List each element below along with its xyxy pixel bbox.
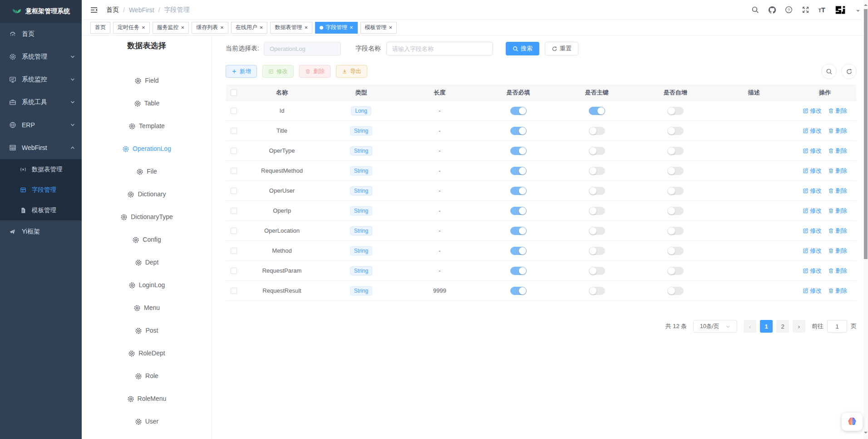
primary-key-toggle[interactable] bbox=[589, 227, 605, 235]
row-delete-link[interactable]: 删除 bbox=[828, 147, 847, 155]
close-tab-icon[interactable]: × bbox=[260, 25, 263, 30]
row-edit-link[interactable]: 修改 bbox=[803, 207, 822, 215]
close-tab-icon[interactable]: × bbox=[350, 25, 353, 30]
auto-increment-toggle[interactable] bbox=[667, 147, 684, 155]
required-toggle[interactable] bbox=[510, 267, 527, 275]
select-all-checkbox[interactable] bbox=[231, 90, 237, 96]
export-button[interactable]: 导出 bbox=[336, 65, 367, 78]
tree-item-File[interactable]: File bbox=[82, 160, 212, 183]
primary-key-toggle[interactable] bbox=[589, 147, 605, 155]
field-name-input[interactable] bbox=[386, 42, 493, 55]
tree-item-DictionaryType[interactable]: DictionaryType bbox=[82, 205, 212, 228]
row-edit-link[interactable]: 修改 bbox=[803, 147, 822, 155]
primary-key-toggle[interactable] bbox=[589, 187, 605, 195]
required-toggle[interactable] bbox=[510, 107, 527, 115]
row-edit-link[interactable]: 修改 bbox=[803, 107, 822, 115]
row-checkbox[interactable] bbox=[231, 288, 237, 294]
row-checkbox[interactable] bbox=[231, 188, 237, 194]
sidebar-item[interactable]: 系统工具 bbox=[0, 91, 82, 114]
sidebar-subitem[interactable]: 数据表管理 bbox=[0, 159, 82, 180]
close-tab-icon[interactable]: × bbox=[220, 25, 224, 30]
row-edit-link[interactable]: 修改 bbox=[803, 287, 822, 295]
primary-key-toggle[interactable] bbox=[589, 107, 605, 115]
auto-increment-toggle[interactable] bbox=[667, 267, 684, 275]
auto-increment-toggle[interactable] bbox=[667, 247, 684, 255]
search-icon[interactable] bbox=[751, 6, 760, 14]
auto-increment-toggle[interactable] bbox=[667, 287, 684, 295]
required-toggle[interactable] bbox=[510, 287, 527, 295]
assistant-float-button[interactable] bbox=[842, 413, 863, 431]
delete-button[interactable]: 删除 bbox=[299, 65, 330, 78]
next-page-button[interactable]: › bbox=[793, 320, 805, 333]
tree-item-Config[interactable]: Config bbox=[82, 228, 212, 251]
primary-key-toggle[interactable] bbox=[589, 207, 605, 215]
row-checkbox[interactable] bbox=[231, 268, 237, 274]
collapse-sidebar-icon[interactable] bbox=[90, 6, 98, 14]
github-icon[interactable] bbox=[768, 6, 776, 14]
row-checkbox[interactable] bbox=[231, 208, 237, 214]
auto-increment-toggle[interactable] bbox=[667, 207, 684, 215]
row-checkbox[interactable] bbox=[231, 128, 237, 134]
breadcrumb-home[interactable]: 首页 bbox=[106, 6, 119, 14]
page-button-1[interactable]: 1 bbox=[760, 320, 773, 333]
user-avatar-logo[interactable] bbox=[834, 3, 848, 17]
row-edit-link[interactable]: 修改 bbox=[803, 267, 822, 275]
row-delete-link[interactable]: 删除 bbox=[828, 227, 847, 235]
auto-increment-toggle[interactable] bbox=[667, 107, 684, 115]
scroll-up-arrow-icon[interactable] bbox=[864, 2, 868, 6]
sidebar-item[interactable]: Yi框架 bbox=[0, 220, 82, 243]
tree-item-LoginLog[interactable]: LoginLog bbox=[82, 274, 212, 296]
required-toggle[interactable] bbox=[510, 187, 527, 195]
close-tab-icon[interactable]: × bbox=[181, 25, 185, 30]
scroll-down-arrow-icon[interactable] bbox=[864, 432, 868, 435]
required-toggle[interactable] bbox=[510, 227, 527, 235]
primary-key-toggle[interactable] bbox=[589, 167, 605, 175]
scrollbar-thumb[interactable] bbox=[864, 9, 868, 259]
row-checkbox[interactable] bbox=[231, 148, 237, 154]
auto-increment-toggle[interactable] bbox=[667, 127, 684, 135]
required-toggle[interactable] bbox=[510, 167, 527, 175]
tree-item-UserPost[interactable]: UserPost bbox=[82, 433, 212, 439]
tab-在线用户[interactable]: 在线用户× bbox=[231, 22, 268, 34]
tab-首页[interactable]: 首页 bbox=[90, 22, 110, 34]
row-delete-link[interactable]: 删除 bbox=[828, 207, 847, 215]
row-edit-link[interactable]: 修改 bbox=[803, 187, 822, 195]
sidebar-item[interactable]: 首页 bbox=[0, 23, 82, 45]
show-search-button[interactable] bbox=[821, 64, 837, 79]
row-delete-link[interactable]: 删除 bbox=[828, 247, 847, 255]
required-toggle[interactable] bbox=[510, 147, 527, 155]
tab-模板管理[interactable]: 模板管理× bbox=[360, 22, 397, 34]
required-toggle[interactable] bbox=[510, 247, 527, 255]
edit-button[interactable]: 修改 bbox=[262, 65, 294, 78]
sidebar-item[interactable]: WebFirst bbox=[0, 136, 82, 159]
fullscreen-icon[interactable] bbox=[802, 6, 810, 14]
tree-item-RoleMenu[interactable]: RoleMenu bbox=[82, 387, 212, 410]
row-delete-link[interactable]: 删除 bbox=[828, 107, 847, 115]
tab-数据表管理[interactable]: 数据表管理× bbox=[270, 22, 312, 34]
required-toggle[interactable] bbox=[510, 207, 527, 215]
tree-item-Field[interactable]: Field bbox=[82, 69, 212, 92]
tree-item-Dictionary[interactable]: Dictionary bbox=[82, 183, 212, 205]
tree-item-Template[interactable]: Template bbox=[82, 115, 212, 137]
primary-key-toggle[interactable] bbox=[589, 127, 605, 135]
chevron-down-icon[interactable] bbox=[856, 10, 860, 14]
sidebar-item[interactable]: 系统管理 bbox=[0, 45, 82, 68]
row-edit-link[interactable]: 修改 bbox=[803, 227, 822, 235]
refresh-table-button[interactable] bbox=[841, 64, 857, 79]
prev-page-button[interactable]: ‹ bbox=[744, 320, 756, 333]
row-edit-link[interactable]: 修改 bbox=[803, 127, 822, 135]
primary-key-toggle[interactable] bbox=[589, 267, 605, 275]
row-delete-link[interactable]: 删除 bbox=[828, 287, 847, 295]
close-tab-icon[interactable]: × bbox=[142, 25, 145, 30]
row-checkbox[interactable] bbox=[231, 228, 237, 234]
row-checkbox[interactable] bbox=[231, 168, 237, 174]
sidebar-item[interactable]: 系统监控 bbox=[0, 68, 82, 91]
tab-字段管理[interactable]: 字段管理× bbox=[315, 22, 358, 34]
sidebar-item[interactable]: ERP bbox=[0, 114, 82, 136]
vertical-scrollbar[interactable] bbox=[863, 0, 868, 439]
goto-page-input[interactable] bbox=[827, 320, 847, 333]
row-delete-link[interactable]: 删除 bbox=[828, 187, 847, 195]
close-tab-icon[interactable]: × bbox=[304, 25, 308, 30]
tab-缓存列表[interactable]: 缓存列表× bbox=[192, 22, 228, 34]
sidebar-subitem[interactable]: 字段管理 bbox=[0, 180, 82, 200]
